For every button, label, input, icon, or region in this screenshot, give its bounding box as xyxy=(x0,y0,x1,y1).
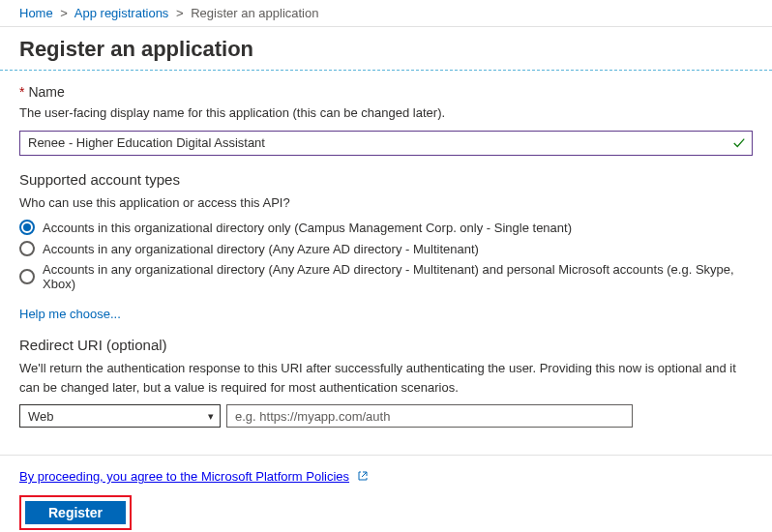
platform-policies-link[interactable]: By proceeding, you agree to the Microsof… xyxy=(19,469,349,484)
breadcrumb-current: Register an application xyxy=(191,6,318,20)
chevron-right-icon: > xyxy=(176,6,184,20)
account-types-question: Who can use this application or access t… xyxy=(19,193,753,213)
redirect-uri-input[interactable] xyxy=(226,404,633,428)
highlight-box: Register xyxy=(19,495,132,530)
help-me-choose-link[interactable]: Help me choose... xyxy=(19,307,121,321)
radio-icon xyxy=(19,269,35,284)
register-button[interactable]: Register xyxy=(25,501,126,524)
radio-label: Accounts in any organizational directory… xyxy=(43,262,753,291)
breadcrumb-home[interactable]: Home xyxy=(19,6,53,20)
checkmark-icon xyxy=(732,136,746,150)
redirect-uri-heading: Redirect URI (optional) xyxy=(19,337,753,353)
radio-icon xyxy=(19,241,35,256)
radio-icon xyxy=(19,220,35,235)
application-name-input[interactable] xyxy=(20,132,752,154)
account-type-option-single-tenant[interactable]: Accounts in this organizational director… xyxy=(19,220,753,235)
supported-account-types-heading: Supported account types xyxy=(19,171,753,188)
chevron-down-icon: ▾ xyxy=(208,410,214,423)
external-link-icon xyxy=(357,469,369,484)
platform-select[interactable]: Web ▾ xyxy=(19,404,221,428)
breadcrumb-app-registrations[interactable]: App registrations xyxy=(74,6,169,20)
redirect-uri-description: We'll return the authentication response… xyxy=(19,359,753,397)
chevron-right-icon: > xyxy=(60,6,68,20)
account-type-option-multitenant[interactable]: Accounts in any organizational directory… xyxy=(19,241,753,256)
platform-selected-value: Web xyxy=(28,409,54,424)
account-type-option-multitenant-personal[interactable]: Accounts in any organizational directory… xyxy=(19,262,753,291)
breadcrumb: Home > App registrations > Register an a… xyxy=(0,0,772,27)
name-label: *Name xyxy=(19,84,753,100)
page-title: Register an application xyxy=(0,27,772,71)
radio-label: Accounts in this organizational director… xyxy=(43,221,572,235)
radio-label: Accounts in any organizational directory… xyxy=(43,242,479,256)
name-description: The user-facing display name for this ap… xyxy=(19,103,753,123)
